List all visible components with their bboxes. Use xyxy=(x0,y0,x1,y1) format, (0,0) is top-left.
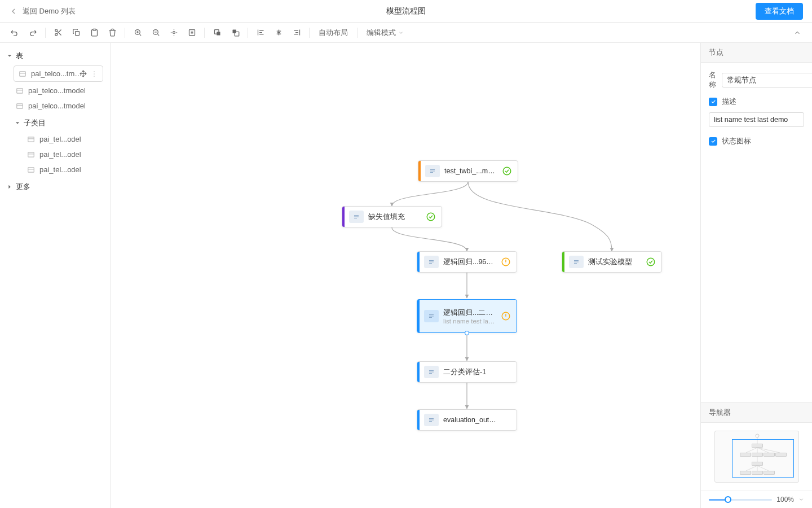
node-title: test_twbi_...model xyxy=(444,167,497,175)
tree-item[interactable]: pai_telco...tmodel xyxy=(0,98,110,113)
redo-icon xyxy=(28,28,37,37)
zoom-in-button[interactable] xyxy=(130,25,145,41)
svg-rect-9 xyxy=(217,32,220,35)
svg-rect-16 xyxy=(17,88,23,93)
svg-point-1 xyxy=(55,33,57,36)
node-type-icon xyxy=(424,310,439,322)
tree-header-tables[interactable]: 表 xyxy=(0,47,110,64)
paste-button[interactable] xyxy=(86,25,102,41)
node-title: 逻辑回归...二次 644 xyxy=(443,308,496,318)
check-icon xyxy=(710,138,716,144)
undo-icon xyxy=(10,28,19,37)
minimap-viewport[interactable] xyxy=(732,439,794,478)
svg-point-15 xyxy=(94,76,95,77)
flow-node[interactable]: 二分类评估-1 xyxy=(417,361,517,383)
tree-group-more: 更多 xyxy=(0,178,110,195)
status-icon-checkbox[interactable] xyxy=(709,137,717,146)
copy-button[interactable] xyxy=(68,25,84,41)
svg-rect-17 xyxy=(17,103,23,108)
align-right-icon xyxy=(293,28,301,37)
bring-front-icon xyxy=(213,28,222,37)
node-status-icon xyxy=(501,257,511,267)
tree-item[interactable]: pai_tel...odel xyxy=(0,132,110,147)
node-type-icon xyxy=(425,165,440,177)
zoom-thumb[interactable] xyxy=(725,496,731,503)
align-center-icon xyxy=(275,28,283,37)
svg-rect-20 xyxy=(28,167,34,172)
desc-label: 描述 xyxy=(722,97,736,107)
align-left-icon xyxy=(257,28,265,37)
align-right-button[interactable] xyxy=(289,25,304,41)
app-header: 返回 Demo 列表 模型流程图 查看文档 xyxy=(0,0,812,23)
bring-front-button[interactable] xyxy=(209,25,225,41)
chevron-down-icon[interactable] xyxy=(798,497,804,502)
redo-button[interactable] xyxy=(25,25,41,41)
main-layout: 表 pai_telco...tmodel pai_telco...tmodel … xyxy=(0,43,812,508)
align-left-button[interactable] xyxy=(253,25,268,41)
tree-item-label: pai_telco...tmodel xyxy=(28,86,103,95)
tree-item[interactable]: pai_tel...odel xyxy=(0,162,110,177)
tree-item-label: pai_telco...tmodel xyxy=(28,102,103,110)
tree-item-label: pai_tel...odel xyxy=(39,150,103,159)
properties-panel: 节点 名称 描述 状态图标 导航器 xyxy=(700,43,812,508)
caret-down-icon xyxy=(7,53,12,59)
svg-point-0 xyxy=(55,29,57,32)
flow-node[interactable]: 逻辑回归...二次 644list name test lab... xyxy=(417,299,517,333)
copy-icon xyxy=(72,28,81,37)
caret-down-icon xyxy=(15,120,20,126)
flow-node[interactable]: test_twbi_...model xyxy=(418,160,518,182)
page-title: 模型流程图 xyxy=(386,6,426,16)
zoom-slider[interactable] xyxy=(709,499,772,501)
tree-header-subcategory[interactable]: 子类目 xyxy=(0,115,110,132)
node-port[interactable] xyxy=(465,331,469,335)
minimap[interactable] xyxy=(714,431,799,483)
flow-node[interactable]: 缺失值填充 xyxy=(342,206,442,227)
separator xyxy=(248,28,248,38)
flow-node[interactable]: 测试实验模型 xyxy=(562,251,662,273)
undo-button[interactable] xyxy=(7,25,23,41)
tree-item[interactable]: pai_tel...odel xyxy=(0,147,110,162)
fit-button[interactable] xyxy=(166,25,182,41)
svg-point-13 xyxy=(94,71,95,72)
desc-checkbox[interactable] xyxy=(709,98,717,106)
edge-layer xyxy=(111,43,700,508)
zoom-out-button[interactable] xyxy=(148,25,164,41)
cut-button[interactable] xyxy=(50,25,66,41)
node-stripe xyxy=(342,207,345,227)
separator xyxy=(125,28,125,38)
tree-header-more[interactable]: 更多 xyxy=(0,178,110,195)
view-doc-button[interactable]: 查看文档 xyxy=(756,3,803,20)
delete-button[interactable] xyxy=(104,25,120,41)
node-status-icon xyxy=(501,367,511,377)
table-icon xyxy=(16,87,24,95)
align-center-button[interactable] xyxy=(271,25,286,41)
check-icon xyxy=(710,99,716,104)
node-type-icon xyxy=(349,211,364,223)
node-stripe xyxy=(562,252,564,272)
separator xyxy=(309,28,310,38)
flow-node[interactable]: evaluation_out1-1 xyxy=(417,409,517,431)
back-label: 返回 Demo 列表 xyxy=(23,6,76,16)
tree-item[interactable]: pai_telco...tmodel xyxy=(0,83,110,98)
flow-node[interactable]: 逻辑回归...965opp9 xyxy=(417,251,517,273)
desc-input[interactable] xyxy=(709,112,804,127)
tree-group-subcategory: 子类目 pai_tel...odel pai_tel...odel pai_te… xyxy=(0,115,110,177)
collapse-panel-button[interactable] xyxy=(789,25,805,41)
separator xyxy=(45,28,46,38)
more-icon[interactable] xyxy=(90,70,98,78)
edit-mode-dropdown[interactable]: 编辑模式 xyxy=(362,28,408,38)
move-icon xyxy=(80,70,87,77)
tree-item-label: pai_tel...odel xyxy=(39,165,103,174)
actual-size-button[interactable] xyxy=(184,25,200,41)
tree-item[interactable]: pai_telco...tmodel xyxy=(14,65,103,82)
back-button[interactable]: 返回 Demo 列表 xyxy=(9,6,76,16)
name-input[interactable] xyxy=(722,73,812,87)
zoom-bar: 100% xyxy=(701,491,812,508)
caret-right-icon xyxy=(7,184,12,190)
auto-layout-button[interactable]: 自动布局 xyxy=(314,28,352,38)
send-back-button[interactable] xyxy=(227,25,243,41)
name-label: 名称 xyxy=(709,71,716,90)
flow-canvas[interactable]: test_twbi_...model 缺失值填充 逻辑回归...965opp9 … xyxy=(111,43,700,508)
navigator-section: 导航器 xyxy=(701,402,812,508)
svg-point-6 xyxy=(173,32,175,34)
